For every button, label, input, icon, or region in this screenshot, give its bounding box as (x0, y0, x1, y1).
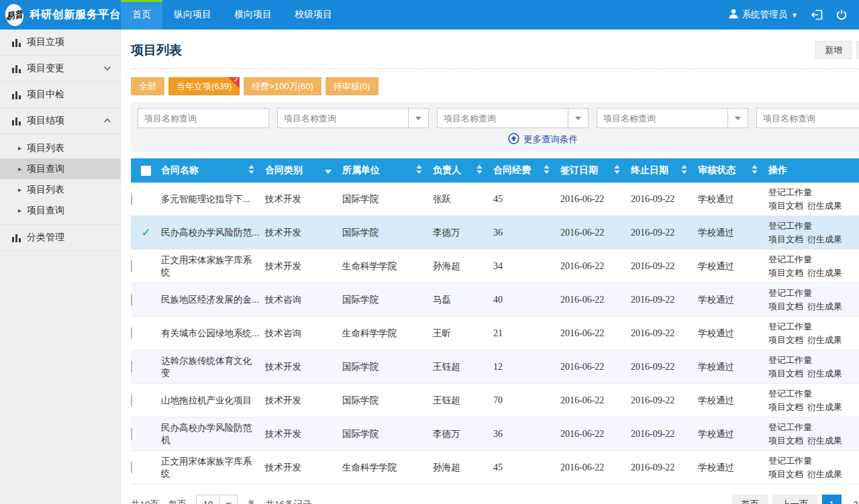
action-link[interactable]: 登记工作量 (768, 422, 812, 432)
action-link[interactable]: 衍生成果 (807, 335, 842, 345)
filter-tab-4[interactable]: 待审核(0) (325, 77, 378, 95)
row-checkbox[interactable] (131, 294, 132, 305)
unit: 国际学院 (342, 428, 433, 440)
search-input-field[interactable] (757, 109, 859, 128)
sidebar-item-4[interactable]: 项目结项 (0, 108, 120, 134)
sort-icon[interactable] (681, 165, 687, 176)
sidebar-item-1[interactable]: 项目立项 (0, 30, 120, 56)
nav-item-3[interactable]: 横向项目 (223, 0, 283, 30)
action-link[interactable]: 登记工作量 (768, 187, 812, 197)
column-header-7[interactable]: 终止日期 (631, 158, 698, 183)
row-checkbox[interactable] (131, 395, 132, 406)
sort-icon[interactable] (476, 165, 483, 176)
action-link[interactable]: 项目文档 (768, 201, 803, 211)
review-status: 学校通过 (698, 361, 768, 373)
page-button-page-1[interactable]: 1 (822, 495, 842, 504)
triangle-right-icon: ▸ (18, 166, 21, 172)
action-link[interactable]: 项目文档 (768, 301, 803, 311)
action-link[interactable]: 登记工作量 (768, 456, 812, 466)
nav-item-4[interactable]: 校级项目 (283, 0, 344, 30)
search-input-field[interactable] (438, 109, 568, 128)
column-header-2[interactable]: 合同类别 (265, 158, 342, 183)
caret-down-icon[interactable] (325, 165, 332, 176)
action-link[interactable]: 衍生成果 (807, 234, 842, 244)
unit: 国际学院 (342, 227, 433, 239)
contract-name: 有关城市公园绿地系统... (161, 327, 265, 340)
column-header-8[interactable]: 审核状态 (698, 158, 768, 183)
action-link[interactable]: 项目文档 (768, 268, 803, 278)
action-link[interactable]: 项目文档 (768, 368, 803, 379)
action-link[interactable]: 登记工作量 (768, 254, 812, 264)
sidebar-subitem-2[interactable]: ▸项目查询 (0, 158, 120, 179)
column-header-4[interactable]: 负责人 (433, 158, 493, 183)
action-link[interactable]: 项目文档 (768, 335, 803, 345)
filter-tab-2[interactable]: 当年立项(639)✓ (168, 77, 240, 95)
page-button-prev[interactable]: 上一页 (772, 495, 817, 504)
page-button-first[interactable]: 首页 (732, 495, 768, 504)
dropdown-caret-button[interactable] (727, 109, 748, 128)
delete-button[interactable]: 删除 (856, 41, 859, 59)
row-checkbox[interactable] (131, 193, 132, 205)
nav-item-2[interactable]: 纵向项目 (162, 0, 223, 30)
action-link[interactable]: 登记工作量 (768, 389, 812, 399)
search-input-field[interactable] (138, 109, 268, 128)
column-header-3[interactable]: 所属单位 (342, 158, 433, 183)
action-link[interactable]: 登记工作量 (768, 288, 812, 298)
add-button[interactable]: 新增 (815, 41, 852, 59)
logout-icon[interactable] (811, 9, 823, 20)
user-menu[interactable]: 系统管理员 ▼ (729, 9, 798, 21)
nav-item-1[interactable]: 首页 (121, 0, 162, 30)
sort-icon[interactable] (248, 165, 254, 176)
sort-icon[interactable] (752, 165, 758, 176)
filter-tab-1[interactable]: 全部 (131, 77, 164, 95)
dropdown-caret-button[interactable] (408, 109, 428, 128)
column-header-9[interactable]: 操作 (768, 158, 859, 183)
contract-name: 达斡尔族传统体育文化变 (161, 355, 265, 379)
sidebar-subitem-3[interactable]: ▸项目列表 (0, 179, 120, 200)
contract-category: 技术咨询 (265, 327, 342, 340)
sort-icon[interactable] (614, 165, 620, 176)
action-link[interactable]: 衍生成果 (807, 268, 842, 278)
column-header-5[interactable]: 合同经费 (493, 158, 560, 183)
action-link[interactable]: 登记工作量 (768, 355, 812, 365)
action-link[interactable]: 衍生成果 (807, 301, 842, 311)
action-link[interactable]: 衍生成果 (807, 368, 842, 379)
sort-icon[interactable] (416, 165, 422, 176)
select-all-checkbox[interactable] (141, 166, 151, 176)
row-checkbox[interactable] (131, 462, 132, 473)
action-link[interactable]: 衍生成果 (807, 402, 842, 412)
power-icon[interactable] (836, 9, 847, 20)
search-input-field[interactable] (597, 109, 727, 128)
action-link[interactable]: 衍生成果 (807, 436, 842, 446)
row-checkbox[interactable] (131, 327, 132, 339)
sort-icon[interactable] (544, 165, 550, 176)
sidebar-subitem-1[interactable]: ▸项目列表 (0, 138, 120, 158)
sidebar-item-2[interactable]: 项目变更 (0, 56, 120, 82)
page-button-page-2[interactable]: 2 (846, 495, 859, 504)
action-link[interactable]: 项目文档 (768, 436, 803, 446)
sidebar-item-5[interactable]: 分类管理 (0, 225, 120, 251)
action-link[interactable]: 登记工作量 (768, 221, 812, 231)
action-link[interactable]: 项目文档 (768, 402, 803, 412)
action-link[interactable]: 登记工作量 (768, 321, 812, 332)
sidebar-subitem-4[interactable]: ▸项目查询 (0, 200, 120, 221)
action-link[interactable]: 衍生成果 (807, 469, 842, 479)
unit-label: 条 (247, 499, 256, 504)
dropdown-caret-button[interactable] (568, 109, 588, 128)
toolbar: 新增 删除 批量 (811, 41, 859, 59)
row-checkbox[interactable] (131, 428, 132, 440)
column-header-1[interactable]: 合同名称 (161, 158, 265, 183)
column-header-6[interactable]: 签订日期 (560, 158, 631, 183)
action-link[interactable]: 衍生成果 (807, 201, 842, 211)
filter-tab-3[interactable]: 经费>100万(60) (244, 77, 321, 95)
search-input-field[interactable] (278, 109, 408, 128)
row-checkbox[interactable] (131, 260, 132, 272)
row-checkbox[interactable] (131, 361, 132, 372)
action-link[interactable]: 项目文档 (768, 234, 803, 244)
more-conditions-link[interactable]: 更多查询条件 (508, 133, 578, 146)
selected-check-icon[interactable]: ✓ (131, 225, 161, 240)
per-page-select[interactable]: 10 (196, 495, 238, 504)
action-link[interactable]: 项目文档 (768, 469, 803, 479)
sidebar-subitem-label: 项目列表 (27, 184, 64, 196)
sidebar-item-3[interactable]: 项目中检 (0, 82, 120, 108)
